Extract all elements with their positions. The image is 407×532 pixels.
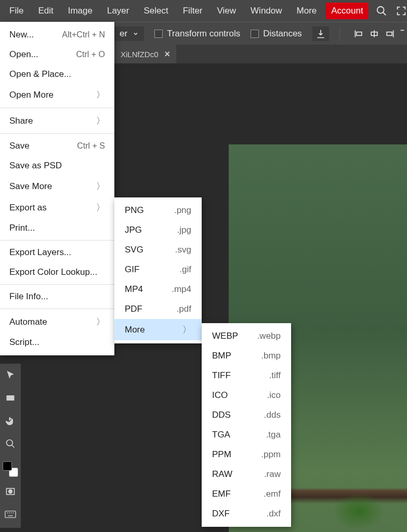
menu-label: Automate <box>9 317 47 327</box>
file-automate[interactable]: Automate 〉 <box>0 311 114 332</box>
menu-ext: .pdf <box>177 304 191 314</box>
zoom-tool[interactable] <box>2 435 19 452</box>
export-tiff[interactable]: TIFF.tiff <box>202 366 291 385</box>
menu-window[interactable]: Window <box>243 1 289 21</box>
quickmask-tool[interactable] <box>2 483 19 500</box>
export-raw[interactable]: RAW.raw <box>202 464 291 484</box>
menu-view[interactable]: View <box>210 1 244 21</box>
file-export-layers[interactable]: Export Layers... <box>0 243 114 262</box>
file-menu: New... Alt+Ctrl + N Open... Ctrl + O Ope… <box>0 22 114 355</box>
chevron-right-icon: 〉 <box>182 324 191 336</box>
menu-label: Save as PSD <box>9 161 62 171</box>
export-more-submenu: WEBP.webp BMP.bmp TIFF.tiff ICO.ico DDS.… <box>202 323 291 527</box>
export-ico[interactable]: ICO.ico <box>202 385 291 405</box>
export-jpg[interactable]: JPG .jpg <box>114 220 202 240</box>
search-icon[interactable] <box>376 5 387 17</box>
file-new[interactable]: New... Alt+Ctrl + N <box>0 25 114 45</box>
export-webp[interactable]: WEBP.webp <box>202 326 291 346</box>
menu-filter[interactable]: Filter <box>176 1 210 21</box>
menu-label: Export as <box>9 203 47 213</box>
svg-rect-9 <box>7 395 15 401</box>
download-button[interactable] <box>312 26 329 41</box>
align-top-icon[interactable] <box>400 29 405 39</box>
export-gif[interactable]: GIF .gif <box>114 260 202 280</box>
menu-label: Open & Place... <box>9 69 71 79</box>
file-export-color-lookup[interactable]: Export Color Lookup... <box>0 262 114 282</box>
pointer-tool[interactable] <box>2 367 19 383</box>
menu-more[interactable]: More <box>290 1 324 21</box>
menu-ext: .tiff <box>269 370 281 381</box>
menu-select[interactable]: Select <box>136 1 175 21</box>
file-open-more[interactable]: Open More 〉 <box>0 84 114 105</box>
file-share[interactable]: Share 〉 <box>0 110 114 131</box>
svg-line-1 <box>383 12 386 16</box>
export-ppm[interactable]: PPM.ppm <box>202 445 291 464</box>
menu-label: Save <box>9 141 30 151</box>
menu-label: Save More <box>9 181 52 192</box>
export-emf[interactable]: EMF.emf <box>202 484 291 504</box>
foreground-color-swatch[interactable] <box>3 461 12 471</box>
distances-toggle[interactable]: Distances <box>251 29 302 39</box>
file-print[interactable]: Print... <box>0 218 114 238</box>
align-left-icon[interactable] <box>353 29 364 39</box>
export-mp4[interactable]: MP4 .mp4 <box>114 280 202 299</box>
menu-ext: .webp <box>257 331 281 341</box>
svg-rect-7 <box>387 32 392 35</box>
menu-ext: .raw <box>264 469 281 480</box>
file-script[interactable]: Script... <box>0 332 114 352</box>
menu-layer[interactable]: Layer <box>100 1 137 21</box>
chevron-right-icon: 〉 <box>96 202 105 214</box>
menu-label: Script... <box>9 337 40 348</box>
color-swatches[interactable] <box>3 461 18 477</box>
export-pdf[interactable]: PDF .pdf <box>114 299 202 319</box>
file-export-as[interactable]: Export as 〉 <box>0 197 114 218</box>
keyboard-tool[interactable] <box>2 506 19 523</box>
align-right-icon[interactable] <box>384 29 396 39</box>
menu-label: TGA <box>212 430 230 440</box>
export-svg[interactable]: SVG .svg <box>114 240 202 260</box>
transform-controls-label: Transform controls <box>167 29 240 39</box>
menu-image[interactable]: Image <box>61 1 100 21</box>
menu-file[interactable]: File <box>2 1 31 21</box>
export-dxf[interactable]: DXF.dxf <box>202 504 291 524</box>
export-png[interactable]: PNG .png <box>114 201 202 220</box>
transform-controls-toggle[interactable]: Transform controls <box>154 29 240 39</box>
menu-shortcut: Ctrl + S <box>77 141 105 151</box>
export-dds[interactable]: DDS.dds <box>202 405 291 425</box>
file-save-more[interactable]: Save More 〉 <box>0 176 114 197</box>
align-center-icon[interactable] <box>369 29 380 39</box>
rectangle-tool[interactable] <box>2 390 19 406</box>
svg-rect-3 <box>357 32 362 35</box>
svg-point-13 <box>9 490 12 494</box>
menu-label: DXF <box>212 509 230 519</box>
distances-label: Distances <box>263 29 302 39</box>
main-menubar: File Edit Image Layer Select Filter View… <box>0 0 407 22</box>
menu-label: JPG <box>125 225 142 235</box>
menu-label: WEBP <box>212 331 238 341</box>
export-more[interactable]: More 〉 <box>114 319 202 340</box>
export-bmp[interactable]: BMP.bmp <box>202 346 291 366</box>
document-tab[interactable]: XiLNfZDc0 × <box>114 45 176 64</box>
menu-separator <box>0 108 114 108</box>
fullscreen-icon[interactable] <box>396 5 407 17</box>
hand-tool[interactable] <box>2 413 19 429</box>
menu-separator <box>0 309 114 309</box>
menu-ext: .ico <box>267 390 281 401</box>
menu-edit[interactable]: Edit <box>31 1 60 21</box>
export-tga[interactable]: TGA.tga <box>202 425 291 445</box>
file-open-place[interactable]: Open & Place... <box>0 64 114 84</box>
file-info[interactable]: File Info... <box>0 287 114 307</box>
account-button[interactable]: Account <box>326 3 368 19</box>
file-save-psd[interactable]: Save as PSD <box>0 156 114 176</box>
close-tab-icon[interactable]: × <box>165 49 170 60</box>
menu-shortcut: Alt+Ctrl + N <box>62 30 105 39</box>
chevron-down-icon <box>133 31 139 37</box>
menu-separator <box>0 240 114 241</box>
menu-ext: .dds <box>264 410 281 420</box>
menu-shortcut: Ctrl + O <box>76 50 105 59</box>
chevron-right-icon: 〉 <box>96 115 105 127</box>
file-save[interactable]: Save Ctrl + S <box>0 136 114 156</box>
svg-rect-14 <box>5 511 16 518</box>
file-open[interactable]: Open... Ctrl + O <box>0 45 114 64</box>
options-dropdown[interactable]: er <box>114 26 144 41</box>
